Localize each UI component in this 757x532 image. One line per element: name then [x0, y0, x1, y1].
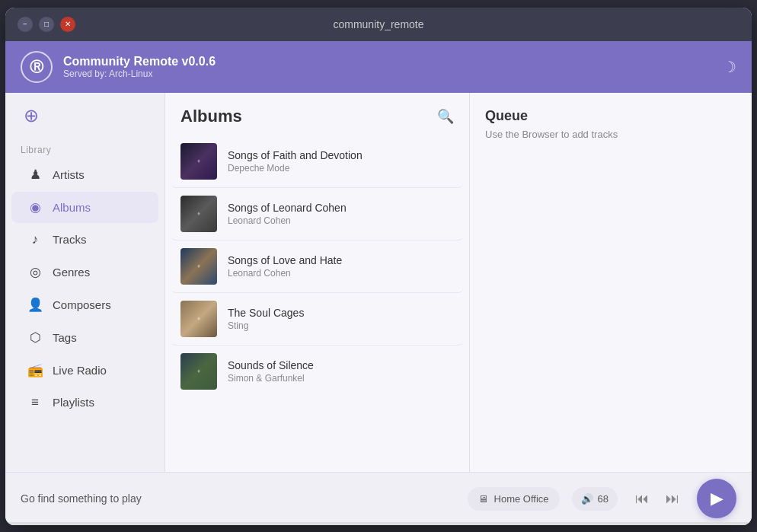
album-artist: Simon & Garfunkel	[228, 373, 454, 384]
albums-title: Albums	[180, 107, 242, 126]
album-art: ♦	[180, 143, 217, 180]
dark-mode-button[interactable]: ☽	[723, 58, 736, 76]
bottom-controls: 🖥 Home Office 🔊 68 ⏮ ⏭ ▶	[468, 479, 736, 518]
transport-controls: ⏮ ⏭	[630, 486, 685, 511]
device-icon: 🖥	[478, 493, 488, 505]
list-item[interactable]: ♦ Songs of Love and Hate Leonard Cohen	[171, 241, 463, 293]
library-label: Library	[5, 139, 164, 158]
device-name: Home Office	[494, 493, 549, 505]
volume-icon: 🔊	[581, 493, 593, 505]
album-name: Songs of Love and Hate	[228, 254, 454, 266]
play-icon: ▶	[711, 489, 723, 508]
minimize-button[interactable]: −	[18, 17, 33, 32]
album-name: Sounds of Silence	[228, 359, 454, 371]
app-header: Ⓡ Community Remote v0.0.6 Served by: Arc…	[5, 41, 752, 93]
progress-bar[interactable]	[5, 522, 752, 525]
genres-icon: ◎	[27, 264, 43, 280]
queue-subtitle: Use the Browser to add tracks	[485, 129, 736, 140]
queue-panel: Queue Use the Browser to add tracks	[470, 93, 752, 472]
sidebar-item-tracks[interactable]: ♪ Tracks	[11, 225, 158, 255]
volume-button[interactable]: 🔊 68	[572, 487, 618, 511]
next-button[interactable]: ⏭	[660, 486, 685, 511]
search-icon: 🔍	[437, 109, 454, 124]
sidebar-item-label: Tags	[53, 331, 77, 344]
album-info: Songs of Faith and Devotion Depeche Mode	[228, 149, 454, 174]
playlists-icon: ≡	[27, 395, 43, 410]
prev-icon: ⏮	[635, 491, 649, 507]
sidebar-item-label: Tracks	[53, 233, 86, 246]
sidebar-item-label: Genres	[53, 266, 90, 279]
album-artist: Leonard Cohen	[228, 215, 454, 226]
sidebar-item-live-radio[interactable]: 📻 Live Radio	[11, 355, 158, 386]
window-title: community_remote	[333, 18, 423, 30]
album-art: ♦	[180, 301, 217, 337]
sidebar-top: ⊕	[5, 102, 164, 139]
sidebar-item-composers[interactable]: 👤 Composers	[11, 289, 158, 320]
now-playing: Go find something to play	[21, 492, 468, 505]
bottom-bar: Go find something to play 🖥 Home Office …	[5, 472, 752, 525]
album-artist: Leonard Cohen	[228, 268, 454, 279]
album-artist: Sting	[228, 320, 454, 331]
composers-icon: 👤	[27, 297, 43, 313]
album-name: Songs of Leonard Cohen	[228, 202, 454, 214]
search-button[interactable]: 🔍	[437, 108, 454, 125]
album-art: ♦	[180, 353, 217, 390]
album-info: Songs of Leonard Cohen Leonard Cohen	[228, 202, 454, 226]
album-info: Songs of Love and Hate Leonard Cohen	[228, 254, 454, 279]
artists-icon: ♟	[27, 167, 43, 183]
sidebar-item-label: Albums	[53, 201, 91, 214]
sidebar-item-albums[interactable]: ◉ Albums	[11, 192, 158, 223]
window-controls: − □ ✕	[18, 17, 75, 32]
sidebar-item-label: Composers	[53, 298, 111, 311]
titlebar: − □ ✕ community_remote	[5, 8, 752, 41]
app-header-left: Ⓡ Community Remote v0.0.6 Served by: Arc…	[21, 51, 216, 83]
prev-button[interactable]: ⏮	[630, 486, 654, 511]
sidebar-item-label: Live Radio	[53, 364, 107, 377]
sidebar-item-label: Playlists	[53, 396, 94, 409]
sidebar-item-artists[interactable]: ♟ Artists	[11, 159, 158, 190]
radio-icon: 📻	[27, 362, 43, 378]
queue-title: Queue	[485, 108, 736, 124]
album-artist: Depeche Mode	[228, 163, 454, 174]
albums-header: Albums 🔍	[165, 93, 469, 135]
list-item[interactable]: ♦ Songs of Faith and Devotion Depeche Mo…	[171, 135, 463, 188]
main-content: ⊕ Library ♟ Artists ◉ Albums ♪ Tracks ◎ …	[5, 93, 752, 472]
maximize-button[interactable]: □	[39, 17, 54, 32]
list-item[interactable]: ♦ Sounds of Silence Simon & Garfunkel	[171, 346, 463, 397]
close-button[interactable]: ✕	[60, 17, 75, 32]
sidebar-item-playlists[interactable]: ≡ Playlists	[11, 387, 158, 418]
album-list: ♦ Songs of Faith and Devotion Depeche Mo…	[165, 135, 469, 472]
list-item[interactable]: ♦ Songs of Leonard Cohen Leonard Cohen	[171, 188, 463, 241]
volume-level: 68	[598, 493, 608, 505]
play-button[interactable]: ▶	[697, 479, 736, 518]
app-title-block: Community Remote v0.0.6 Served by: Arch-…	[63, 55, 216, 79]
sidebar-item-genres[interactable]: ◎ Genres	[11, 256, 158, 288]
device-button[interactable]: 🖥 Home Office	[468, 487, 560, 511]
next-icon: ⏭	[666, 491, 679, 507]
list-item[interactable]: ♦ The Soul Cages Sting	[171, 293, 463, 346]
albums-panel: Albums 🔍 ♦ Songs of Faith and Devotion D…	[165, 93, 470, 472]
app-subtitle: Served by: Arch-Linux	[63, 68, 216, 79]
album-info: Sounds of Silence Simon & Garfunkel	[228, 359, 454, 384]
sidebar-item-label: Artists	[53, 168, 85, 181]
album-art: ♦	[180, 248, 217, 285]
album-info: The Soul Cages Sting	[228, 307, 454, 331]
add-button[interactable]: ⊕	[18, 102, 45, 129]
tracks-icon: ♪	[27, 232, 43, 247]
tags-icon: ⬡	[27, 330, 43, 346]
sidebar-item-tags[interactable]: ⬡ Tags	[11, 322, 158, 353]
sidebar: ⊕ Library ♟ Artists ◉ Albums ♪ Tracks ◎ …	[5, 93, 165, 472]
app-title: Community Remote v0.0.6	[63, 55, 216, 68]
album-art: ♦	[180, 196, 217, 232]
albums-icon: ◉	[27, 199, 43, 215]
album-name: Songs of Faith and Devotion	[228, 149, 454, 161]
album-name: The Soul Cages	[228, 307, 454, 319]
app-window: − □ ✕ community_remote Ⓡ Community Remot…	[5, 8, 752, 525]
app-logo: Ⓡ	[21, 51, 53, 83]
